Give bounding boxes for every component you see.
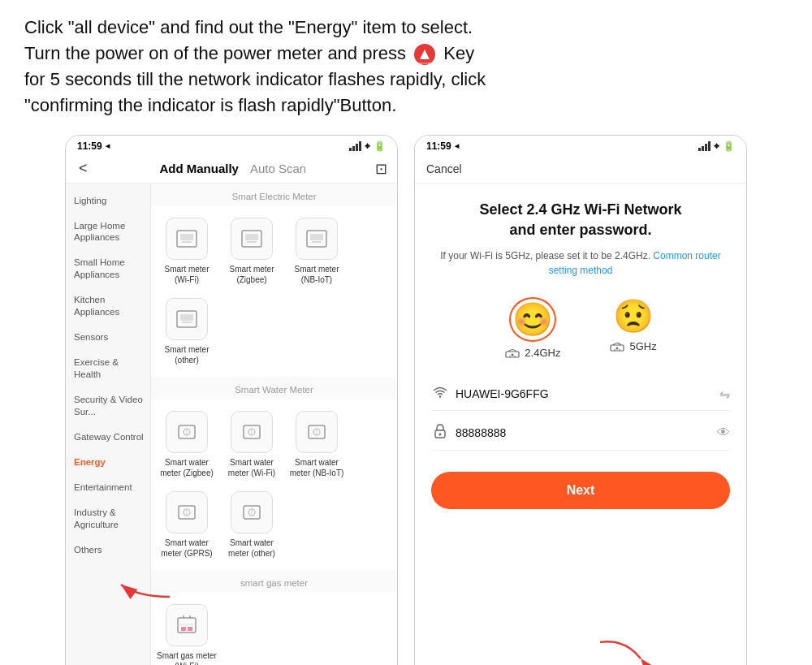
sidebar-item-security[interactable]: Security & Video Sur... (66, 387, 150, 425)
device-label: Smart gas meter (Wi-Fi) (156, 650, 218, 665)
next-arrow (592, 630, 657, 665)
svg-rect-10 (310, 234, 323, 240)
wifi-icon: ⌖ (714, 140, 719, 152)
wifi-24-option[interactable]: 😊 2.4GHz (504, 297, 560, 359)
device-label: Smart water meter (NB-IoT) (286, 457, 348, 478)
device-icon (166, 604, 208, 646)
auto-scan-tab[interactable]: Auto Scan (250, 162, 306, 175)
sidebar-item-small-home[interactable]: Small Home Appliances (66, 250, 150, 287)
device-smart-meter-zigbee[interactable]: Smart meter (Zigbee) (219, 211, 284, 291)
phone1-status-right: ⌖ 🔋 (349, 140, 386, 152)
device-smart-meter-wifi[interactable]: Smart meter (Wi-Fi) (154, 211, 219, 291)
phones-container: 11:59 ◂ ⌖ 🔋 < Add Manually Auto Scan ⊡ (0, 127, 812, 665)
section-electric-meter: Smart Electric Meter (151, 184, 397, 206)
router-24-row: 2.4GHz (504, 347, 560, 359)
router-link[interactable]: Common router setting method (549, 250, 721, 276)
right-panel: Smart Electric Meter Smart meter (Wi-Fi) (151, 184, 397, 665)
device-gas-wifi[interactable]: Smart gas meter (Wi-Fi) (154, 598, 219, 665)
sidebar-item-kitchen[interactable]: Kitchen Appliances (66, 287, 150, 325)
device-water-wifi[interactable]: Smart water meter (Wi-Fi) (219, 404, 284, 485)
phone2: 11:59 ◂ ⌖ 🔋 Cancel Select 2.4 GHz Wi-Fi … (414, 135, 747, 665)
sidebar-item-gateway[interactable]: Gateway Control (66, 425, 150, 450)
wifi-option-row: 😊 2.4GHz (431, 297, 730, 359)
device-icon (166, 491, 208, 533)
wifi-subtitle: If your Wi-Fi is 5GHz, please set it to … (431, 248, 730, 278)
eye-icon[interactable]: 👁 (717, 425, 730, 440)
device-label: Smart water meter (other) (221, 538, 283, 559)
device-icon (166, 411, 208, 453)
device-icon (296, 218, 338, 260)
signal-icon (349, 141, 361, 151)
sidebar-item-industry[interactable]: Industry & Agriculture (66, 500, 150, 538)
add-manually-tab[interactable]: Add Manually (159, 162, 239, 175)
svg-rect-4 (180, 234, 193, 240)
sidebar-item-large-home[interactable]: Large Home Appliances (66, 214, 150, 251)
water-meter-icon (237, 498, 266, 527)
device-smart-meter-other[interactable]: Smart meter (other) (154, 291, 219, 372)
device-label: Smart water meter (GPRS) (156, 538, 218, 559)
battery-icon: 🔋 (374, 140, 386, 152)
svg-rect-32 (181, 627, 186, 631)
password-value: 88888888 (456, 426, 710, 439)
svg-point-47 (439, 433, 442, 435)
phone1-arrow: ◂ (106, 141, 110, 150)
meter-icon (172, 224, 201, 253)
sidebar-item-entertainment[interactable]: Entertainment (66, 475, 150, 500)
password-row: 88888888 👁 (431, 416, 730, 451)
svg-rect-13 (180, 314, 193, 321)
router-icon (609, 340, 625, 352)
device-water-nbiot[interactable]: Smart water meter (NB-IoT) (284, 404, 349, 485)
wifi-5-option[interactable]: 😟 5GHz (609, 297, 656, 359)
sidebar-item-others[interactable]: Others (66, 538, 150, 563)
device-icon (231, 218, 273, 260)
wifi-signal-icon (433, 386, 447, 398)
router-5-row: 5GHz (609, 340, 656, 352)
freq-5: 5GHz (629, 340, 656, 352)
meter-icon (302, 224, 331, 253)
sidebar-item-lighting[interactable]: Lighting (66, 188, 150, 214)
phone2-status-left: 11:59 ◂ (426, 140, 459, 152)
device-label: Smart water meter (Wi-Fi) (221, 457, 283, 478)
ssid-value: HUAWEI-9G6FFG (456, 387, 713, 400)
sidebar-item-sensors[interactable]: Sensors (66, 325, 150, 350)
svg-rect-30 (178, 618, 196, 633)
phone2-arrow: ◂ (455, 141, 459, 150)
wifi-selected-ring: 😊 (509, 297, 556, 342)
scan-icon[interactable]: ⊡ (375, 160, 387, 178)
phone2-body: Select 2.4 GHz Wi-Fi Networkand enter pa… (415, 184, 746, 665)
ssid-action-icon[interactable]: ⇋ (719, 386, 730, 402)
water-meter-icon (302, 417, 331, 447)
device-label: Smart meter (NB-IoT) (286, 264, 348, 285)
device-icon (166, 218, 208, 260)
signal-icon (698, 141, 710, 151)
section-gas-meter: smart gas meter (151, 570, 397, 593)
device-label: Smart water meter (Zigbee) (156, 457, 218, 478)
sad-face: 😟 (613, 297, 654, 335)
sidebar-item-exercise[interactable]: Exercise & Health (66, 350, 150, 387)
phone1-time: 11:59 (77, 140, 102, 152)
phone1: 11:59 ◂ ⌖ 🔋 < Add Manually Auto Scan ⊡ (65, 135, 398, 665)
instruction-line3: Key (443, 43, 474, 63)
device-water-gprs[interactable]: Smart water meter (GPRS) (154, 485, 219, 565)
phone2-status-bar: 11:59 ◂ ⌖ 🔋 (415, 136, 746, 155)
nav-title-group: Add Manually Auto Scan (97, 162, 369, 175)
device-water-zigbee[interactable]: Smart water meter (Zigbee) (154, 404, 219, 485)
device-icon (296, 411, 338, 453)
device-label: Smart meter (Wi-Fi) (156, 264, 218, 285)
lock-field-icon (431, 424, 449, 442)
device-label: Smart meter (Zigbee) (221, 264, 283, 285)
device-icon (231, 411, 273, 453)
wifi-setup-title: Select 2.4 GHz Wi-Fi Networkand enter pa… (431, 200, 730, 240)
cancel-button[interactable]: Cancel (426, 162, 462, 175)
device-smart-meter-nbiot[interactable]: Smart meter (NB-IoT) (284, 211, 349, 291)
water-meter-icon (172, 498, 201, 527)
svg-point-38 (512, 354, 514, 356)
device-water-other[interactable]: Smart water meter (other) (219, 485, 284, 565)
cancel-bar: Cancel (415, 155, 746, 184)
next-button[interactable]: Next (431, 472, 730, 509)
sidebar-item-energy[interactable]: Energy (66, 450, 150, 475)
energy-arrow (113, 568, 178, 604)
back-button[interactable]: < (76, 160, 91, 177)
phone1-status-bar: 11:59 ◂ ⌖ 🔋 (66, 136, 397, 155)
device-icon (166, 298, 208, 340)
